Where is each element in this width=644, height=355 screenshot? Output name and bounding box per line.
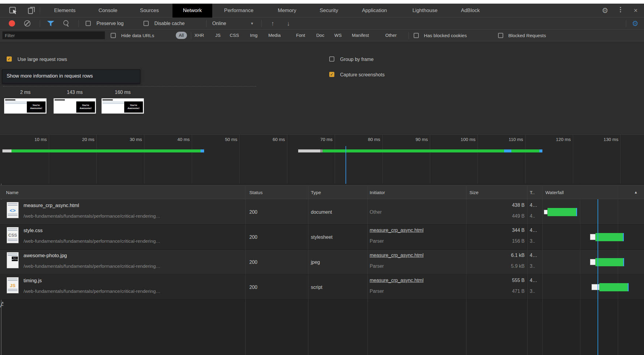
waterfall-waiting-segment[interactable] [544,210,548,214]
column-divider[interactable] [466,185,466,355]
column-divider[interactable] [527,185,528,355]
divider [78,20,79,27]
filter-funnel-icon[interactable] [47,21,54,26]
capture-screenshots-checkbox[interactable]: ✓ [329,72,334,77]
request-name[interactable]: style.css [24,228,43,233]
has-blocked-cookies-checkbox[interactable] [414,33,419,38]
request-row-awesome-photo[interactable]: You're Awesome! awesome-photo.jpg /web-f… [0,250,644,275]
column-divider[interactable] [245,185,246,355]
request-size-content: 5.9 kB [469,264,525,269]
request-name[interactable]: measure_crp_async.html [24,203,79,208]
filter-type-other[interactable]: Other [382,32,400,39]
column-divider[interactable] [308,185,308,355]
preserve-log-checkbox[interactable] [86,21,91,26]
column-header-size[interactable]: Size [469,185,478,200]
tab-memory[interactable]: Memory [272,4,302,18]
filter-type-ws[interactable]: WS [331,32,345,39]
filter-type-img[interactable]: Img [247,32,260,39]
timeline-tick: 40 ms [165,137,190,142]
sort-direction-icon[interactable]: ▲ [634,185,638,200]
group-by-frame-checkbox[interactable] [329,56,334,62]
settings-gear-icon[interactable]: ⚙ [602,4,608,18]
column-header-status[interactable]: Status [249,185,263,200]
export-har-icon[interactable]: ↓ [287,18,290,30]
filter-type-font[interactable]: Font [293,32,308,39]
network-overview-timeline[interactable]: 10 ms 20 ms 30 ms 40 ms 50 ms 60 ms 70 m… [0,134,644,184]
filter-input[interactable] [2,31,105,39]
column-divider[interactable] [368,185,368,355]
request-initiator-link[interactable]: measure_crp_async.html [370,278,424,283]
filter-type-xhr[interactable]: XHR [191,32,207,39]
request-row-measure-crp-async[interactable]: <> measure_crp_async.html /web-fundament… [0,200,644,225]
filmstrip-frame-2[interactable]: You're Awesome! [53,98,96,114]
divider [40,20,40,27]
tab-performance[interactable]: Performance [219,4,259,18]
import-har-icon[interactable]: ↑ [271,18,274,30]
tab-lighthouse[interactable]: Lighthouse [406,4,444,18]
request-status: 200 [249,250,257,275]
filmstrip-tick-line [3,86,256,87]
close-devtools-icon[interactable]: × [634,4,638,18]
request-status: 200 [249,275,257,300]
timeline-tick: 90 ms [403,137,428,142]
filter-type-all[interactable]: All [176,32,187,39]
stylesheet-file-icon: CSS [7,227,19,243]
request-row-style-css[interactable]: CSS style.css /web-fundamentals/fundamen… [0,225,644,250]
use-large-request-rows-checkbox[interactable]: ✓ [7,56,12,62]
disable-cache-checkbox[interactable] [144,21,149,26]
devtools-tab-bar: Elements Console Sources Network Perform… [0,4,644,18]
column-header-initiator[interactable]: Initiator [370,185,385,200]
filter-type-js[interactable]: JS [212,32,224,39]
column-header-time[interactable]: T.. [530,185,535,200]
request-row-timing-js[interactable]: JS timing.js /web-fundamentals/fundament… [0,275,644,300]
waterfall-download-segment[interactable] [595,258,623,266]
screenshot-filmstrip: 2 ms 143 ms 160 ms You're Awesome! You'r… [0,86,644,134]
waterfall-download-segment[interactable] [595,233,623,241]
tab-application[interactable]: Application [356,4,393,18]
column-header-name[interactable]: Name [6,185,18,200]
waterfall-download-segment[interactable] [548,208,576,216]
waterfall-waiting-segment[interactable] [590,234,595,240]
throttling-select[interactable]: Online [212,18,226,30]
waterfall-waiting-segment[interactable] [590,259,595,265]
column-header-type[interactable]: Type [311,185,321,200]
clear-network-log-icon[interactable] [24,20,30,27]
request-name[interactable]: timing.js [24,278,42,283]
column-divider[interactable] [542,185,543,355]
waterfall-waiting-segment[interactable] [592,284,599,290]
frame-caption: You're Awesome! [76,101,95,113]
filter-type-css[interactable]: CSS [227,32,242,39]
hide-data-urls-checkbox[interactable] [111,33,116,38]
filmstrip-frame-3[interactable]: You're Awesome! [101,98,144,114]
tab-security[interactable]: Security [315,4,343,18]
search-icon[interactable] [63,20,68,25]
tab-network[interactable]: Network [172,4,212,18]
filter-type-media[interactable]: Media [265,32,284,39]
overview-paint-marker [346,146,346,184]
request-name[interactable]: awesome-photo.jpg [24,253,67,258]
tab-sources[interactable]: Sources [136,4,163,18]
network-settings-gear-icon[interactable]: ⚙ [632,18,639,30]
filmstrip-frame-1[interactable]: You're Awesome! [4,98,47,114]
request-path: /web-fundamentals/fundamentals/performan… [24,238,160,244]
request-type: stylesheet [311,225,333,250]
device-toolbar-icon[interactable] [28,6,36,14]
filter-type-manifest[interactable]: Manifest [349,32,372,39]
tab-console[interactable]: Console [93,4,123,18]
document-file-icon: <> [7,202,19,218]
waterfall-download-segment[interactable] [599,283,628,291]
request-initiator-link[interactable]: measure_crp_async.html [370,253,424,258]
filter-type-doc[interactable]: Doc [313,32,327,39]
kebab-menu-icon[interactable] [620,6,621,13]
timeline-tick: 130 ms [594,137,618,142]
request-initiator-link[interactable]: measure_crp_async.html [370,228,424,233]
inspect-element-icon[interactable] [9,7,17,14]
request-time: 4… [530,228,537,233]
record-network-log-button[interactable] [9,20,15,27]
column-header-waterfall[interactable]: Waterfall [545,185,564,200]
tab-adblock[interactable]: AdBlock [456,4,485,18]
tooltip-text: Show more information in request rows [7,73,140,79]
tab-elements[interactable]: Elements [50,4,80,18]
throttling-caret-icon[interactable]: ▼ [250,18,254,30]
blocked-requests-checkbox[interactable] [498,33,503,38]
